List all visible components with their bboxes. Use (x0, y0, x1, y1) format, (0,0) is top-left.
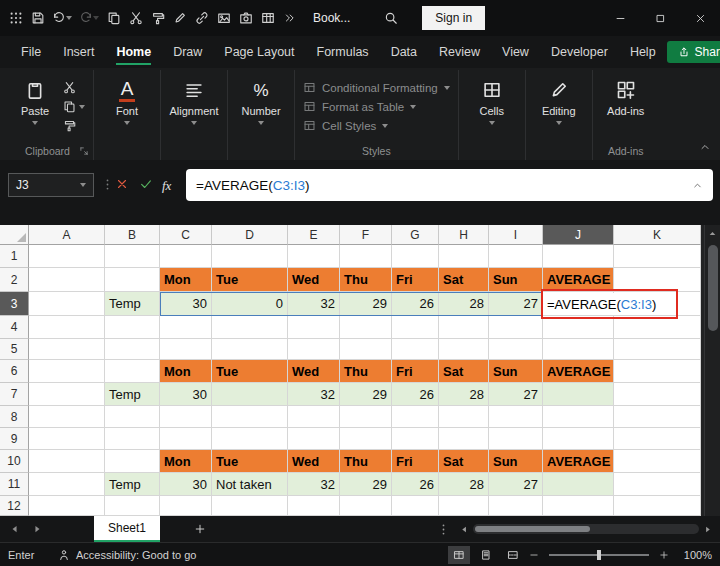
app-launcher-icon[interactable] (6, 6, 25, 30)
format-painter-button[interactable] (63, 119, 85, 132)
menu-file[interactable]: File (10, 36, 52, 68)
row-header-8[interactable]: 8 (0, 406, 29, 428)
redo-icon[interactable] (77, 6, 101, 30)
column-header-K[interactable]: K (614, 225, 701, 245)
row-header-3[interactable]: 3 (0, 292, 29, 316)
menu-help[interactable]: Help (619, 36, 667, 68)
formula-bar-handle-icon[interactable] (101, 178, 114, 191)
cell-D5[interactable] (212, 339, 288, 360)
format-as-table-button[interactable]: Format as Table (303, 100, 450, 113)
cell-E12[interactable] (288, 496, 340, 516)
font-button[interactable]: A Font (102, 72, 152, 144)
cell-D9[interactable] (212, 428, 288, 450)
draw-icon[interactable] (170, 6, 189, 30)
row-header-12[interactable]: 12 (0, 496, 29, 516)
menu-formulas[interactable]: Formulas (306, 36, 380, 68)
column-header-G[interactable]: G (392, 225, 439, 245)
cell-J8[interactable] (543, 406, 614, 428)
cell-E7[interactable]: 32 (288, 383, 340, 406)
cell-E9[interactable] (288, 428, 340, 450)
next-sheet-icon[interactable] (32, 524, 42, 534)
cells-button[interactable]: Cells (467, 72, 517, 144)
cell-J5[interactable] (543, 339, 614, 360)
cell-F7[interactable]: 29 (340, 383, 392, 406)
column-header-I[interactable]: I (489, 225, 543, 245)
cell-D8[interactable] (212, 406, 288, 428)
cell-H4[interactable] (439, 316, 489, 339)
page-break-view-button[interactable] (502, 546, 524, 564)
cell-B3[interactable]: Temp (105, 292, 160, 316)
cell-C8[interactable] (160, 406, 212, 428)
page-layout-view-button[interactable] (475, 546, 497, 564)
row-header-11[interactable]: 11 (0, 473, 29, 496)
insert-function-button[interactable]: fx (162, 178, 171, 194)
scroll-up-icon[interactable] (705, 225, 720, 241)
menu-draw[interactable]: Draw (162, 36, 213, 68)
cell-J1[interactable] (543, 245, 614, 268)
collapse-formula-bar-icon[interactable] (692, 180, 703, 191)
select-all-button[interactable] (0, 225, 29, 245)
cell-J2[interactable]: AVERAGE (543, 268, 614, 292)
cell-H9[interactable] (439, 428, 489, 450)
column-header-C[interactable]: C (160, 225, 212, 245)
maximize-button[interactable] (640, 0, 680, 36)
collapse-ribbon-icon[interactable] (699, 141, 711, 153)
cell-I4[interactable] (489, 316, 543, 339)
cell-K2[interactable] (614, 268, 701, 292)
horizontal-scrollbar-thumb[interactable] (475, 526, 590, 532)
toolbar-overflow-icon[interactable] (283, 12, 295, 24)
clipboard-dialog-launcher-icon[interactable] (79, 146, 89, 156)
minimize-button[interactable] (600, 0, 640, 36)
cell-G3[interactable]: 26 (392, 292, 439, 316)
cell-E11[interactable]: 32 (288, 473, 340, 496)
cell-A5[interactable] (29, 339, 105, 360)
cell-C9[interactable] (160, 428, 212, 450)
camera-icon[interactable] (236, 6, 255, 30)
cell-A11[interactable] (29, 473, 105, 496)
cell-A2[interactable] (29, 268, 105, 292)
cell-F2[interactable]: Thu (340, 268, 392, 292)
cell-K9[interactable] (614, 428, 701, 450)
menu-page-layout[interactable]: Page Layout (213, 36, 305, 68)
cell-A9[interactable] (29, 428, 105, 450)
row-header-1[interactable]: 1 (0, 245, 29, 268)
cell-E1[interactable] (288, 245, 340, 268)
cell-E8[interactable] (288, 406, 340, 428)
cell-H1[interactable] (439, 245, 489, 268)
horizontal-scrollbar-track[interactable] (473, 524, 699, 534)
zoom-in-icon[interactable] (659, 550, 669, 560)
horizontal-scrollbar[interactable] (460, 524, 712, 534)
cell-C10[interactable]: Mon (160, 450, 212, 473)
number-button[interactable]: % Number (236, 72, 286, 144)
menu-home[interactable]: Home (105, 36, 162, 68)
column-header-H[interactable]: H (439, 225, 489, 245)
cell-K12[interactable] (614, 496, 701, 516)
menu-view[interactable]: View (491, 36, 540, 68)
cell-C1[interactable] (160, 245, 212, 268)
cell-A6[interactable] (29, 360, 105, 383)
cell-K7[interactable] (614, 383, 701, 406)
table-icon[interactable] (258, 6, 277, 30)
cell-B7[interactable]: Temp (105, 383, 160, 406)
copy-button[interactable] (63, 100, 85, 113)
cell-J11[interactable] (543, 473, 614, 496)
add-sheet-button[interactable] (194, 523, 206, 535)
cell-K5[interactable] (614, 339, 701, 360)
cell-E5[interactable] (288, 339, 340, 360)
menu-insert[interactable]: Insert (52, 36, 105, 68)
row-header-6[interactable]: 6 (0, 360, 29, 383)
cell-H12[interactable] (439, 496, 489, 516)
sheet-bar-options-icon[interactable] (437, 523, 450, 536)
accessibility-status[interactable]: Accessibility: Good to go (58, 549, 196, 561)
cell-A7[interactable] (29, 383, 105, 406)
cell-I11[interactable]: 27 (489, 473, 543, 496)
cell-F1[interactable] (340, 245, 392, 268)
image-icon[interactable] (214, 6, 233, 30)
column-header-D[interactable]: D (212, 225, 288, 245)
cell-I2[interactable]: Sun (489, 268, 543, 292)
cell-C4[interactable] (160, 316, 212, 339)
addins-button[interactable]: Add-ins (601, 72, 651, 144)
menu-data[interactable]: Data (380, 36, 428, 68)
cell-G7[interactable]: 26 (392, 383, 439, 406)
cell-G8[interactable] (392, 406, 439, 428)
